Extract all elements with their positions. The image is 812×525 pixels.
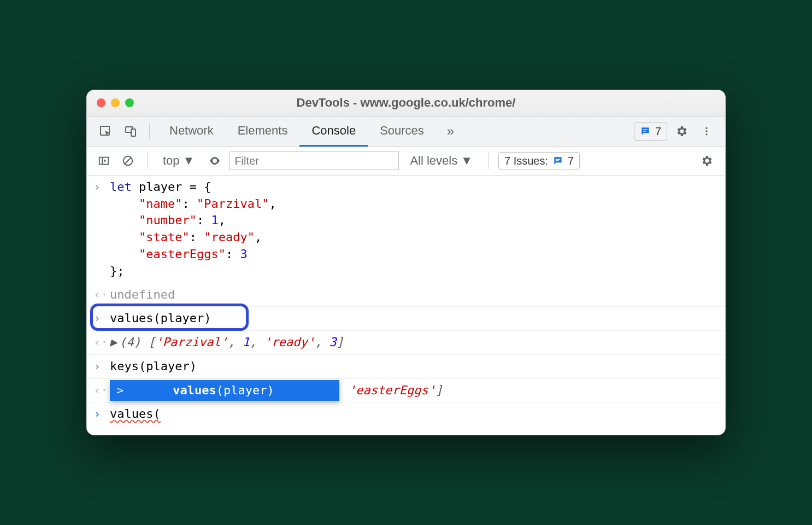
issues-count: 7 <box>568 155 574 167</box>
svg-rect-13 <box>556 159 560 160</box>
live-expression-icon[interactable] <box>205 150 224 172</box>
autocomplete-match: values <box>173 382 216 399</box>
device-toggle-icon[interactable] <box>120 120 142 142</box>
svg-point-7 <box>705 133 707 135</box>
tab-network[interactable]: Network <box>157 116 226 147</box>
messages-count: 7 <box>655 125 661 138</box>
levels-label: All levels <box>410 154 457 168</box>
message-icon <box>640 126 651 137</box>
window-title: DevTools - www.google.co.uk/chrome/ <box>87 96 725 110</box>
output-chevron-icon: ‹· <box>93 287 110 304</box>
tab-console[interactable]: Console <box>299 116 368 147</box>
svg-point-5 <box>705 127 707 129</box>
autocomplete-suffix: (player) <box>216 382 274 399</box>
settings-icon[interactable] <box>670 120 692 142</box>
console-input-row: › values(player) <box>87 307 725 331</box>
console-toolbar: top ▼ All levels ▼ 7 Issues: 7 <box>87 147 725 176</box>
separator <box>149 123 150 139</box>
sidebar-toggle-icon[interactable] <box>95 150 113 172</box>
tab-elements[interactable]: Elements <box>226 116 300 147</box>
console-body: › let player = { "name": "Parzival", "nu… <box>87 176 725 435</box>
close-icon[interactable] <box>97 98 105 107</box>
console-input-row: › keys(player) <box>87 355 725 379</box>
filter-input[interactable] <box>230 151 399 170</box>
svg-rect-14 <box>556 160 559 161</box>
autocomplete-popup[interactable]: > values(player) <box>110 380 339 401</box>
maximize-icon[interactable] <box>125 98 134 107</box>
svg-rect-3 <box>643 130 648 130</box>
console-output-row[interactable]: ‹· ▶(4) ['name', 'number', 'state', 'eas… <box>87 379 725 403</box>
minimize-icon[interactable] <box>111 98 120 107</box>
svg-line-11 <box>125 158 131 164</box>
issues-badge[interactable]: 7 Issues: 7 <box>498 152 580 170</box>
output-chevron-icon: ‹· <box>93 382 110 399</box>
separator <box>488 153 489 169</box>
code-line: values(player) <box>110 310 719 327</box>
dropdown-icon: ▼ <box>461 154 473 168</box>
expand-triangle-icon[interactable]: ▶ <box>110 335 117 349</box>
console-input-row: › let player = { "name": "Parzival", "nu… <box>87 176 725 283</box>
tab-sources[interactable]: Sources <box>368 116 436 147</box>
console-output-row[interactable]: ‹· ▶(4) ['Parzival', 1, 'ready', 3] <box>87 331 725 355</box>
code-line: keys(player) <box>110 358 719 375</box>
svg-rect-8 <box>99 158 109 165</box>
svg-rect-4 <box>643 131 646 131</box>
console-output-row: ‹· undefined <box>87 283 725 307</box>
svg-point-6 <box>705 131 707 132</box>
console-settings-icon[interactable] <box>696 150 717 172</box>
traffic-lights <box>97 98 134 107</box>
context-label: top <box>163 154 180 168</box>
log-levels-selector[interactable]: All levels ▼ <box>404 154 478 168</box>
autocomplete-prompt: > <box>116 382 123 399</box>
prompt-input[interactable]: values( <box>110 406 719 423</box>
output-undefined: undefined <box>110 287 719 304</box>
titlebar: DevTools - www.google.co.uk/chrome/ <box>87 90 725 116</box>
code-block: let player = { "name": "Parzival", "numb… <box>110 179 719 280</box>
svg-rect-2 <box>131 129 136 136</box>
console-prompt-row[interactable]: › values( <box>87 402 725 435</box>
main-tabbar: Network Elements Console Sources » 7 <box>87 116 725 147</box>
devtools-window: DevTools - www.google.co.uk/chrome/ Netw… <box>86 90 726 436</box>
input-chevron-icon: › <box>93 179 110 196</box>
svg-point-12 <box>214 160 216 162</box>
input-chevron-icon: › <box>93 358 110 375</box>
dropdown-icon: ▼ <box>183 154 195 168</box>
message-icon <box>552 155 563 166</box>
messages-badge[interactable]: 7 <box>634 122 667 141</box>
output-chevron-icon: ‹· <box>93 334 110 351</box>
prompt-chevron-icon: › <box>93 406 110 423</box>
clear-console-icon[interactable] <box>119 150 137 172</box>
panel-tabs: Network Elements Console Sources <box>157 116 436 147</box>
context-selector[interactable]: top ▼ <box>157 154 200 168</box>
inspect-icon[interactable] <box>95 120 116 142</box>
more-icon[interactable] <box>696 120 717 142</box>
input-chevron-icon: › <box>93 310 110 327</box>
issues-label: 7 Issues: <box>504 155 548 167</box>
array-output: ▶(4) ['Parzival', 1, 'ready', 3] <box>110 334 719 351</box>
overflow-tabs-icon[interactable]: » <box>439 124 462 139</box>
separator <box>147 153 148 169</box>
